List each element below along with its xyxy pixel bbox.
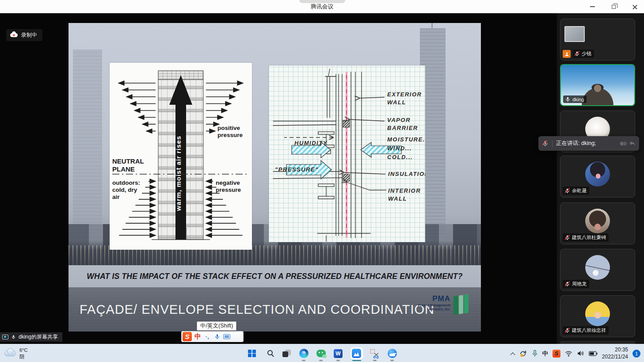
speaker-icon[interactable]	[577, 350, 584, 357]
system-tray: 中 S 20:35 2022/11/24 1	[511, 344, 640, 362]
minimize-icon	[590, 6, 595, 7]
voice-input-button[interactable]	[213, 333, 221, 341]
participant-name: 余乾晟	[572, 187, 587, 194]
sogou-logo-icon[interactable]: S	[183, 332, 192, 341]
weather-cloud-icon	[4, 351, 16, 356]
wechat-icon	[316, 350, 326, 357]
browser-icon	[388, 349, 397, 358]
battery-icon[interactable]	[589, 351, 598, 356]
close-icon	[633, 4, 637, 9]
pma-line2: Advisors, Inc.	[418, 307, 450, 311]
sync-tray-icon[interactable]	[519, 350, 527, 357]
minimize-button[interactable]	[587, 2, 598, 11]
taskbar-app-browser[interactable]	[386, 345, 398, 362]
ime-mode-button[interactable]: 中	[194, 332, 201, 341]
ime-indicator-tray[interactable]: 中	[542, 350, 548, 358]
negative-pressure-label: negative	[216, 179, 240, 186]
meeting-logo-icon	[620, 141, 627, 147]
pressure-label: "PRESSURE"	[275, 166, 319, 173]
task-view-button[interactable]	[281, 345, 293, 362]
participant-tile-dking[interactable]: dking	[560, 64, 635, 106]
participant-tile-shaorui[interactable]: 少锐	[560, 19, 635, 61]
windows-logo-icon	[248, 350, 256, 358]
tray-time: 20:35	[602, 347, 628, 354]
snip-tool-icon	[370, 349, 380, 358]
taskbar-app-edge[interactable]	[298, 345, 310, 362]
taskbar-app-tencent-meeting[interactable]	[350, 345, 364, 362]
participants-sidebar: 少锐 dking 余乾晟	[557, 13, 644, 344]
mic-muted-icon	[564, 188, 570, 194]
mic-muted-icon	[542, 140, 549, 147]
host-badge	[563, 50, 571, 58]
person-icon	[564, 52, 569, 57]
participant-tile-dubingqi[interactable]: 建筑八班杜秉锜	[560, 202, 635, 244]
window-title: 腾讯会议	[0, 0, 644, 13]
exterior-wall-label: WALL	[387, 99, 406, 106]
restore-icon	[612, 5, 616, 9]
weather-temp: 6°C	[19, 347, 27, 353]
stack-effect-diagram: warm, moist air rises positive pressure …	[110, 63, 252, 250]
pma-logo-bars	[453, 294, 469, 315]
outdoors-label: outdoors:	[112, 179, 140, 186]
task-view-icon	[282, 350, 291, 357]
recording-label: 录制中	[21, 31, 37, 39]
pma-acronym: PMA	[418, 294, 450, 303]
weather-condition: 阴	[19, 354, 27, 360]
word-icon: W	[334, 349, 343, 358]
participant-tile-zhouyanlong[interactable]: 周艳龙	[560, 249, 635, 291]
edge-icon	[299, 349, 309, 358]
participant-name: dking	[572, 97, 584, 102]
avatar	[585, 209, 610, 233]
restore-button[interactable]	[608, 2, 619, 11]
pma-logo: PMA Project Management Advisors, Inc.	[418, 294, 469, 314]
outdoors-label: air	[112, 194, 120, 200]
taskbar-app-wechat[interactable]	[315, 345, 327, 362]
sogou-tray-icon[interactable]: S	[553, 350, 560, 358]
insulation-label: INSULATION	[388, 171, 425, 177]
avatar	[585, 255, 610, 280]
avatar	[585, 301, 610, 326]
taskbar-app-snip[interactable]	[369, 345, 381, 362]
clock[interactable]: 20:35 2022/11/24	[602, 347, 628, 360]
taskbar-app-word[interactable]: W	[332, 345, 344, 362]
ime-tooltip: 中/英文(Shift)	[197, 321, 236, 331]
wind-label: WIND...	[387, 145, 412, 152]
neutral-plane-label: PLANE	[112, 165, 135, 173]
avatar	[585, 162, 610, 187]
recording-badge[interactable]: 录制中	[6, 29, 42, 41]
share-banner: dking的屏幕共享	[0, 332, 62, 342]
search-icon	[267, 350, 273, 355]
outdoors-label: cold, dry	[112, 187, 137, 193]
tray-date: 2022/11/24	[602, 354, 628, 361]
start-button[interactable]	[246, 345, 258, 362]
moisture-label: MOISTURE...	[387, 136, 425, 143]
punctuation-button[interactable]: ·,	[204, 333, 211, 341]
skyscraper-silhouette	[73, 50, 102, 240]
vapor-barrier-label: VAPOR	[387, 117, 411, 123]
chevron-up-icon	[510, 352, 515, 357]
mic-muted-icon	[564, 235, 570, 240]
slide-title: FAÇADE/ ENVELOPE SELECTION AND COORDINAT…	[80, 302, 434, 317]
taskbar-weather-widget[interactable]: 6°C 阴	[4, 344, 27, 362]
title-bar: 腾讯会议	[0, 0, 644, 13]
participant-tile-xuzhongxiang[interactable]: 建筑八班徐忠祥	[560, 295, 635, 337]
search-button[interactable]	[263, 345, 275, 362]
participant-tile-yuqiansheng[interactable]: 余乾晟	[560, 156, 635, 198]
participant-name: 周艳龙	[572, 281, 587, 287]
soft-keyboard-button[interactable]	[223, 333, 230, 341]
speaking-toast-text: 正在讲话: dking;	[556, 140, 596, 147]
neutral-plane-label: NEUTRAL	[112, 157, 144, 165]
participant-name: 少锐	[582, 50, 591, 57]
ime-toolbar: S 中 ·,	[181, 331, 244, 342]
outward-arrows-left	[118, 83, 156, 131]
ime-toolbox-button[interactable]	[233, 333, 240, 341]
close-button[interactable]	[629, 2, 640, 11]
positive-pressure-label: positive	[217, 125, 240, 131]
wifi-icon[interactable]	[565, 351, 572, 357]
tray-overflow-button[interactable]	[511, 352, 514, 355]
mic-icon	[11, 335, 16, 339]
windows-taskbar: 6°C 阴 W	[0, 344, 644, 362]
microphone-tray-icon[interactable]	[532, 350, 538, 357]
notification-badge[interactable]: 1	[633, 350, 640, 358]
reply-arrow-icon[interactable]	[629, 141, 636, 146]
